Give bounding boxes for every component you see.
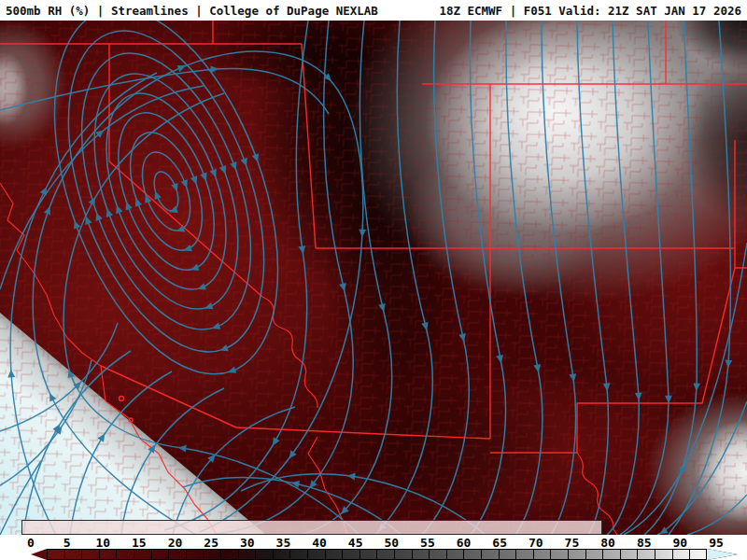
colorbar-tick-label: 70 xyxy=(529,536,543,550)
attribution-text: © fore European Centre for Medium-Range … xyxy=(37,533,602,535)
colorbar-tick-label: 45 xyxy=(348,536,363,550)
colorbar-tick-label: 0 xyxy=(27,536,35,550)
colorbar-tick-label: 50 xyxy=(384,536,399,550)
colorbar-tick-label: 40 xyxy=(312,536,327,550)
colorbar-tick-label: 10 xyxy=(95,536,110,550)
colorbar: 05101520253035404550556065707580859095 xyxy=(0,535,747,560)
colorbar-left-arrow-icon xyxy=(31,549,47,560)
model-validity: 18Z ECMWF | F051 Valid: 21Z SAT JAN 17 2… xyxy=(433,4,747,18)
colorbar-tick-label: 25 xyxy=(204,536,218,550)
colorbar-tick-label: 60 xyxy=(457,536,472,550)
colorbar-tick-label: 95 xyxy=(709,536,724,550)
colorbar-tick-label: 90 xyxy=(673,536,688,550)
weather-map-svg xyxy=(0,21,747,535)
colorbar-tick-label: 85 xyxy=(637,536,652,550)
colorbar-gradient xyxy=(47,549,707,560)
product-title: 500mb RH (%) | Streamlines | College of … xyxy=(0,4,384,18)
header-bar: 500mb RH (%) | Streamlines | College of … xyxy=(0,0,747,21)
colorbar-tick-label: 55 xyxy=(420,536,435,550)
colorbar-tick-label: 80 xyxy=(600,536,615,550)
colorbar-tick-label: 75 xyxy=(565,536,580,550)
colorbar-right-arrow-icon xyxy=(707,549,738,560)
colorbar-tick-label: 30 xyxy=(240,536,255,550)
attribution-box: © fore European Centre for Medium-Range … xyxy=(21,520,602,535)
colorbar-tick-label: 5 xyxy=(63,536,71,550)
map-area xyxy=(0,21,747,535)
colorbar-tick-label: 20 xyxy=(168,536,183,550)
colorbar-tick-label: 15 xyxy=(132,536,147,550)
weather-map-page: 500mb RH (%) | Streamlines | College of … xyxy=(0,0,747,560)
colorbar-tick-label: 65 xyxy=(492,536,507,550)
colorbar-tick-label: 35 xyxy=(276,536,291,550)
